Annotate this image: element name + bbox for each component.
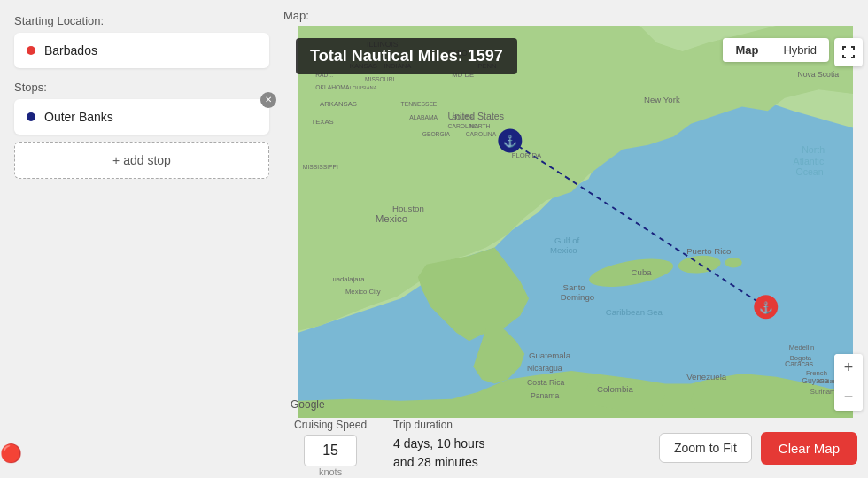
svg-text:CAROLINA: CAROLINA [466, 131, 497, 137]
svg-text:Venezuela: Venezuela [686, 372, 727, 382]
svg-text:Domingo: Domingo [561, 292, 595, 302]
cruising-speed-label: Cruising Speed [294, 419, 367, 431]
knots-label: knots [319, 466, 342, 477]
stop-text: Outer Banks [44, 110, 113, 124]
svg-text:INDIANA: INDIANA [384, 62, 412, 70]
map-label: Map: [283, 0, 868, 26]
speed-input[interactable] [304, 435, 357, 466]
svg-text:TENNESSEE: TENNESSEE [401, 101, 438, 107]
svg-text:Costa Rica: Costa Rica [527, 378, 565, 387]
trip-duration-value: 4 days, 10 hours and 28 minutes [393, 435, 485, 472]
starting-location-text: Barbados [44, 43, 97, 58]
svg-text:Guiana: Guiana [818, 377, 841, 385]
map-svg: ⚓ ⚓ United States Mexico Gulf of Mexico … [283, 26, 868, 418]
stop-dot [27, 112, 35, 121]
lifesaver-icon: 🔴 [0, 443, 22, 464]
svg-text:Cuba: Cuba [632, 267, 653, 277]
starting-location-box: Barbados [14, 33, 269, 68]
svg-text:GEORGIA: GEORGIA [422, 131, 451, 137]
zoom-to-fit-button[interactable]: Zoom to Fit [659, 433, 752, 463]
right-panel: Map: [283, 0, 868, 478]
svg-text:Caribbean Sea: Caribbean Sea [606, 307, 663, 317]
svg-text:Houston: Houston [392, 204, 424, 213]
svg-text:Medellin: Medellin [789, 343, 815, 351]
svg-text:Atlantic: Atlantic [794, 156, 825, 166]
svg-text:MD DE: MD DE [452, 71, 474, 79]
svg-text:New York: New York [644, 95, 680, 104]
svg-text:RAD...: RAD... [315, 72, 333, 78]
svg-text:MISSISSIPPI: MISSISSIPPI [303, 164, 338, 170]
clear-map-button[interactable]: Clear Map [761, 432, 857, 465]
svg-text:Santo: Santo [563, 282, 585, 292]
svg-text:⚓: ⚓ [759, 301, 773, 315]
svg-text:uadalajara: uadalajara [333, 275, 366, 283]
svg-point-3 [725, 258, 742, 268]
remove-stop-button[interactable]: ✕ [260, 92, 276, 108]
add-stop-button[interactable]: + add stop [14, 142, 269, 179]
svg-text:Bogota: Bogota [790, 354, 812, 362]
svg-text:Gulf of: Gulf of [554, 235, 580, 245]
svg-text:TEXAS: TEXAS [311, 118, 333, 126]
svg-text:SOUTH: SOUTH [452, 114, 473, 120]
stops-label: Stops: [14, 81, 269, 94]
svg-text:North: North [802, 144, 825, 155]
svg-text:Suriname: Suriname [810, 388, 840, 396]
svg-text:⚓: ⚓ [503, 135, 517, 149]
svg-text:FLORIDA: FLORIDA [512, 151, 542, 159]
trip-duration-section: Trip duration 4 days, 10 hours and 28 mi… [393, 419, 485, 472]
starting-location-dot [27, 46, 35, 55]
svg-text:French: French [806, 369, 827, 377]
svg-text:MISSOURI: MISSOURI [365, 76, 394, 82]
svg-text:Mexico City: Mexico City [345, 288, 381, 296]
svg-text:ALABAMA: ALABAMA [409, 114, 438, 120]
svg-text:Mexico: Mexico [376, 213, 408, 224]
svg-text:Nova Scotia: Nova Scotia [797, 70, 839, 79]
svg-text:Guatemala: Guatemala [529, 351, 571, 360]
trip-duration-label: Trip duration [393, 419, 485, 431]
cruising-speed-section: Cruising Speed knots [294, 419, 367, 477]
map-container[interactable]: ⚓ ⚓ United States Mexico Gulf of Mexico … [283, 26, 868, 418]
svg-text:Colombia: Colombia [597, 384, 633, 394]
svg-text:ARKANSAS: ARKANSAS [320, 100, 357, 108]
left-panel: Starting Location: Barbados Stops: Outer… [0, 0, 283, 478]
stop-item: Outer Banks ✕ [14, 99, 269, 135]
stats-section: Cruising Speed knots Trip duration 4 day… [294, 419, 485, 477]
svg-text:Nicaragua: Nicaragua [527, 364, 562, 373]
svg-text:Panama: Panama [531, 391, 559, 400]
bottom-bar: Cruising Speed knots Trip duration 4 day… [283, 418, 868, 478]
svg-text:Ocean: Ocean [795, 166, 823, 177]
starting-location-label: Starting Location: [14, 14, 269, 27]
svg-text:KANSAS: KANSAS [350, 62, 377, 70]
svg-text:Puerto Rico: Puerto Rico [686, 246, 731, 256]
svg-text:PENN: PENN [477, 62, 496, 70]
svg-text:ILLINOIS: ILLINOIS [367, 40, 399, 49]
svg-text:CAROLINA: CAROLINA [448, 123, 479, 129]
svg-text:OKLAHOMA: OKLAHOMA [315, 84, 350, 90]
svg-text:Mexico: Mexico [550, 245, 577, 255]
svg-text:OHIO: OHIO [448, 49, 468, 58]
map-action-buttons: Zoom to Fit Clear Map [659, 432, 857, 465]
svg-text:LOUISIANA: LOUISIANA [350, 85, 377, 90]
